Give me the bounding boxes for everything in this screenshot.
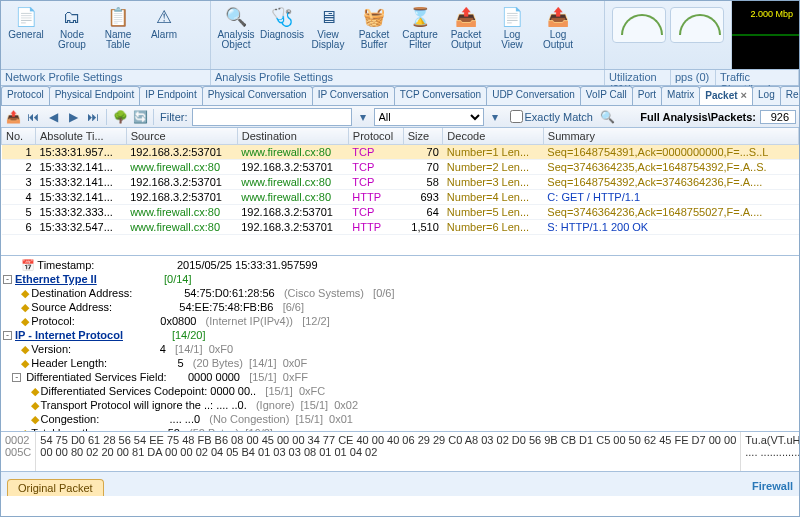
view-display-icon: 🖥 [316,5,340,29]
log-view-button[interactable]: 📄LogView [490,3,534,67]
tree-icon[interactable]: 🌳 [111,108,129,126]
column-header[interactable]: No. [2,128,36,145]
packet-output-button[interactable]: 📤PacketOutput [444,3,488,67]
brand-logo: Firewall [752,472,793,496]
detail-row[interactable]: ◆Congestion: .... ...0 (No Congestion) [… [3,412,797,426]
traffic-chart: 2.000 Mbp [732,1,799,69]
log-output-button[interactable]: 📤LogOutput [536,3,580,67]
filter-field-select[interactable]: All [374,108,484,126]
detail-row[interactable]: ◆Protocol: 0x0800 (Internet IP(IPv4)) [1… [3,314,797,328]
hex-bytes: 54 75 D0 61 28 56 54 EE 75 48 FB B6 08 0… [36,432,741,471]
column-header[interactable]: Absolute Ti... [36,128,127,145]
view-tabs: ProtocolPhysical EndpointIP EndpointPhys… [1,86,799,106]
name-table-button[interactable]: 📋NameTable [96,3,140,67]
tab-port[interactable]: Port [632,86,662,105]
view-display-button[interactable]: 🖥ViewDisplay [306,3,350,67]
diagnosis-button[interactable]: 🩺Diagnosis [260,3,304,67]
detail-row[interactable]: ◆Destination Address: 54:75:D0:61:28:56 … [3,286,797,300]
packet-buffer-button[interactable]: 🧺PacketBuffer [352,3,396,67]
stat-traffic: Traffic Chart(bps) [716,70,799,85]
detail-row[interactable]: ◆Source Address: 54:EE:75:48:FB:B6 [6/6] [3,300,797,314]
detail-row[interactable]: -Differentiated Services Field: 0000 000… [3,370,797,384]
tab-tcp-conversation[interactable]: TCP Conversation [394,86,488,105]
tab-udp-conversation[interactable]: UDP Conversation [486,86,581,105]
group-label-2: Analysis Profile Settings [211,70,605,85]
column-header[interactable]: Summary [543,128,798,145]
column-header[interactable]: Destination [237,128,348,145]
detail-row[interactable]: -IP - Internet Protocol [14/20] [3,328,797,342]
nav-last-icon[interactable]: ⏭ [84,108,102,126]
stat-util: Utilization (0%) [605,70,671,85]
nav-first-icon[interactable]: ⏮ [24,108,42,126]
tab-packet[interactable]: Packet× [699,86,753,105]
ribbon-footer: Network Profile Settings Analysis Profil… [1,70,799,86]
tab-physical-conversation[interactable]: Physical Conversation [202,86,313,105]
group-label-1: Network Profile Settings [1,70,211,85]
tab-ip-endpoint[interactable]: IP Endpoint [139,86,203,105]
analysis-object-icon: 🔍 [224,5,248,29]
capture-filter-button[interactable]: ⌛CaptureFilter [398,3,442,67]
tab-re[interactable]: Re [780,86,799,105]
tab-original-packet[interactable]: Original Packet [7,479,104,496]
search-icon[interactable]: 🔍 [599,108,617,126]
table-row[interactable]: 415:33:32.141...192.168.3.2:53701www.fir… [2,190,799,205]
tab-physical-endpoint[interactable]: Physical Endpoint [49,86,141,105]
utilization-gauge [612,7,666,43]
toggle-icon[interactable]: - [3,275,12,284]
filter-dropdown-icon[interactable]: ▾ [354,108,372,126]
detail-row[interactable]: -Ethernet Type II [0/14] [3,272,797,286]
status-label: Full Analysis\Packets: [640,111,756,123]
exact-match-checkbox[interactable]: Exactly Match [510,110,593,123]
column-header[interactable]: Size [403,128,443,145]
detail-row[interactable]: ◆Header Length: 5 (20 Bytes) [14/1] 0x0F [3,356,797,370]
column-header[interactable]: Source [126,128,237,145]
bottom-bar: Original Packet Firewall [1,472,799,496]
tab-protocol[interactable]: Protocol [1,86,50,105]
nav-prev-icon[interactable]: ◀ [44,108,62,126]
column-header[interactable]: Protocol [348,128,403,145]
detail-row[interactable]: ◆Version: 4 [14/1] 0xF0 [3,342,797,356]
packet-buffer-icon: 🧺 [362,5,386,29]
filter-apply-icon[interactable]: ▾ [486,108,504,126]
capture-filter-icon: ⌛ [408,5,432,29]
packet-detail-tree[interactable]: 📅Timestamp: 2015/05/25 15:33:31.957599 -… [1,256,799,432]
table-row[interactable]: 515:33:32.333...www.firewall.cx:80192.16… [2,205,799,220]
tab-matrix[interactable]: Matrix [661,86,700,105]
table-row[interactable]: 615:33:32.547...www.firewall.cx:80192.16… [2,220,799,235]
packet-grid[interactable]: No.Absolute Ti...SourceDestinationProtoc… [1,128,799,256]
packet-toolbar: 📤 ⏮ ◀ ▶ ⏭ 🌳 🔄 Filter: ▾ All ▾ Exactly Ma… [1,106,799,128]
nav-next-icon[interactable]: ▶ [64,108,82,126]
detail-row[interactable]: ◆Differentiated Services Codepoint: 0000… [3,384,797,398]
export-icon[interactable]: 📤 [4,108,22,126]
hex-view[interactable]: 0002 005C 54 75 D0 61 28 56 54 EE 75 48 … [1,432,799,472]
analysis-object-button[interactable]: 🔍AnalysisObject [214,3,258,67]
close-icon: × [741,89,747,101]
pps-gauge [670,7,724,43]
hex-offset: 0002 005C [1,432,36,471]
stat-pps: pps (0) [671,70,716,85]
name-table-icon: 📋 [106,5,130,29]
detail-row[interactable]: 📅Timestamp: 2015/05/25 15:33:31.957599 [3,258,797,272]
separator [153,109,154,125]
table-row[interactable]: 315:33:32.141...192.168.3.2:53701www.fir… [2,175,799,190]
node-group-button[interactable]: 🗂NodeGroup [50,3,94,67]
node-group-icon: 🗂 [60,5,84,29]
diagnosis-icon: 🩺 [270,5,294,29]
filter-label: Filter: [158,111,190,123]
tab-voip-call[interactable]: VoIP Call [580,86,633,105]
detail-row[interactable]: ◆Transport Protocol will ignore the ..: … [3,398,797,412]
tab-log[interactable]: Log [752,86,781,105]
table-row[interactable]: 115:33:31.957...192.168.3.2:53701www.fir… [2,145,799,160]
alarm-button[interactable]: ⚠Alarm [142,3,186,67]
table-row[interactable]: 215:33:32.141...www.firewall.cx:80192.16… [2,160,799,175]
toggle-icon[interactable]: - [12,373,21,382]
filter-input[interactable] [192,108,352,126]
general-button[interactable]: 📄General [4,3,48,67]
packet-count: 926 [760,110,796,124]
ribbon: 📄General🗂NodeGroup📋NameTable⚠Alarm🔍Analy… [1,1,799,70]
tab-ip-conversation[interactable]: IP Conversation [312,86,395,105]
column-header[interactable]: Decode [443,128,543,145]
hex-ascii: Tu.a(VT.uH....E...4w.@.@...........V....… [741,432,799,471]
toggle-icon[interactable]: - [3,331,12,340]
refresh-icon[interactable]: 🔄 [131,108,149,126]
